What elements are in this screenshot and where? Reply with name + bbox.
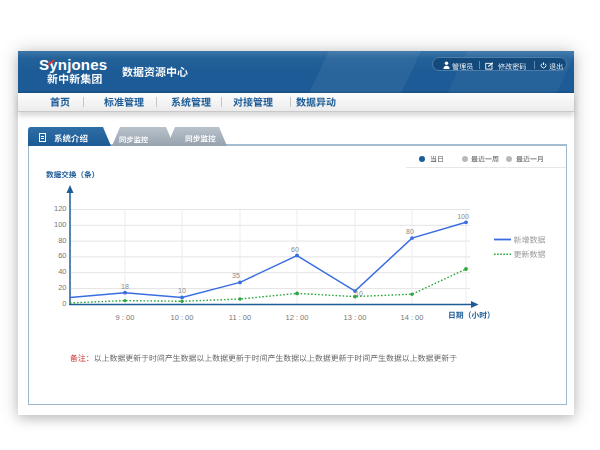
svg-text:100: 100 — [54, 220, 67, 229]
svg-text:60: 60 — [58, 251, 66, 260]
svg-text:9 : 00: 9 : 00 — [116, 313, 135, 322]
svg-text:0: 0 — [62, 299, 66, 308]
svg-text:10: 10 — [178, 287, 186, 294]
svg-text:13 : 00: 13 : 00 — [344, 313, 367, 322]
svg-text:14 : 00: 14 : 00 — [401, 313, 424, 322]
svg-text:35: 35 — [232, 272, 240, 279]
svg-text:12 : 00: 12 : 00 — [286, 313, 309, 322]
svg-text:80: 80 — [406, 228, 414, 235]
svg-text:60: 60 — [291, 246, 299, 253]
svg-text:100: 100 — [457, 213, 469, 220]
svg-text:80: 80 — [58, 236, 66, 245]
svg-text:10: 10 — [355, 290, 363, 297]
svg-text:11 : 00: 11 : 00 — [229, 313, 251, 322]
svg-text:20: 20 — [58, 283, 66, 292]
svg-text:120: 120 — [54, 204, 67, 213]
svg-text:40: 40 — [58, 267, 66, 276]
svg-text:18: 18 — [121, 283, 129, 290]
svg-text:10 : 00: 10 : 00 — [171, 313, 194, 322]
